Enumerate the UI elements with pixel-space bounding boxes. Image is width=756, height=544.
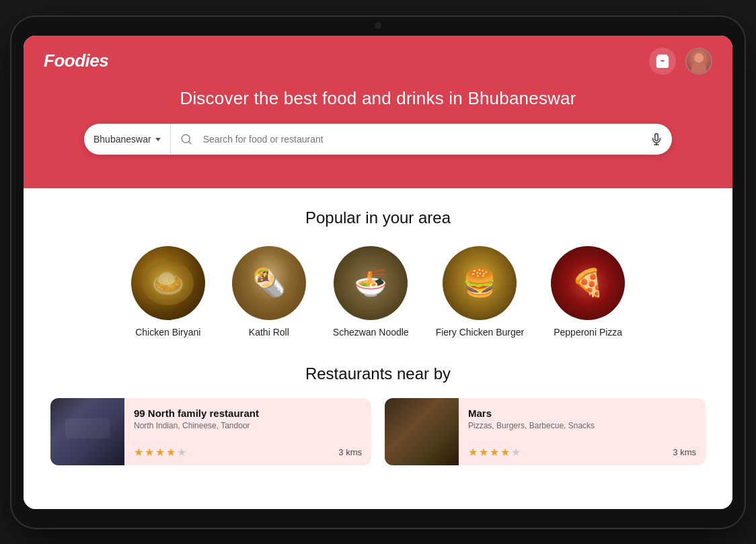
restaurant-name-mars: Mars bbox=[468, 407, 696, 419]
hero-section: Foodies Discover the best food and drink… bbox=[24, 36, 732, 188]
restaurant-distance-99-north: 3 kms bbox=[338, 447, 362, 457]
food-name-pepperoni-pizza: Pepperoni Pizza bbox=[554, 327, 622, 338]
restaurant-meta-99-north: ★★★★★ 3 kms bbox=[134, 446, 362, 459]
restaurant-card-99-north[interactable]: 99 North family restaurant North Indian,… bbox=[50, 398, 371, 465]
star-filled: ★ bbox=[490, 446, 499, 459]
food-item-chicken-biryani[interactable]: 🍛 Chicken Biryani bbox=[131, 246, 205, 338]
restaurant-cuisine-mars: Pizzas, Burgers, Barbecue, Snacks bbox=[468, 421, 696, 430]
rating-stars: ★★★★★ bbox=[134, 446, 186, 459]
restaurant-cards: 99 North family restaurant North Indian,… bbox=[50, 398, 706, 465]
food-emoji-pepperoni-pizza: 🍕 bbox=[551, 246, 625, 320]
location-dropdown[interactable]: Bhubaneswar bbox=[84, 124, 171, 155]
food-image-pepperoni-pizza: 🍕 bbox=[551, 246, 625, 320]
mic-button[interactable] bbox=[641, 133, 672, 145]
chevron-down-icon bbox=[155, 138, 161, 141]
search-icon bbox=[180, 133, 192, 145]
app-logo: Foodies bbox=[44, 50, 108, 71]
food-image-kathi-roll: 🌯 bbox=[232, 246, 306, 320]
restaurant-image-mars bbox=[385, 398, 459, 465]
food-item-schezwan-noodle[interactable]: 🍜 Schezwan Noodle bbox=[333, 246, 409, 338]
location-text: Bhubaneswar bbox=[93, 134, 151, 145]
tablet-frame: Foodies Discover the best food and drink… bbox=[11, 17, 745, 528]
hero-title: Discover the best food and drinks in Bhu… bbox=[24, 88, 732, 109]
navbar: Foodies bbox=[24, 36, 732, 88]
restaurant-distance-mars: 3 kms bbox=[673, 447, 696, 457]
svg-line-1 bbox=[188, 141, 190, 143]
food-emoji-chicken-biryani: 🍛 bbox=[131, 246, 205, 320]
popular-title: Popular in your area bbox=[50, 208, 706, 227]
main-content: Popular in your area 🍛 Chicken Biryani 🌯… bbox=[24, 188, 732, 509]
food-name-kathi-roll: Kathi Roll bbox=[249, 327, 289, 338]
restaurant-cuisine-99-north: North Indian, Chineese, Tandoor bbox=[134, 421, 362, 430]
star-filled: ★ bbox=[468, 446, 478, 459]
restaurants-title: Restaurants near by bbox=[50, 364, 706, 383]
food-name-schezwan-noodle: Schezwan Noodle bbox=[333, 327, 409, 338]
mic-icon bbox=[650, 133, 663, 145]
search-bar: Bhubaneswar bbox=[84, 124, 672, 155]
food-item-pepperoni-pizza[interactable]: 🍕 Pepperoni Pizza bbox=[551, 246, 625, 338]
star-filled: ★ bbox=[500, 446, 510, 459]
food-emoji-schezwan-noodle: 🍜 bbox=[334, 246, 408, 320]
restaurant-image-99-north bbox=[50, 398, 124, 465]
camera-notch bbox=[375, 22, 381, 29]
food-image-fiery-chicken-burger: 🍔 bbox=[443, 246, 517, 320]
tablet-screen: Foodies Discover the best food and drink… bbox=[24, 36, 732, 509]
star-filled: ★ bbox=[479, 446, 488, 459]
star-filled: ★ bbox=[134, 446, 143, 459]
restaurant-info-99-north: 99 North family restaurant North Indian,… bbox=[124, 398, 371, 465]
user-avatar[interactable] bbox=[685, 48, 712, 75]
food-item-kathi-roll[interactable]: 🌯 Kathi Roll bbox=[232, 246, 306, 338]
popular-grid: 🍛 Chicken Biryani 🌯 Kathi Roll 🍜 Schezwa… bbox=[50, 246, 706, 338]
star-half: ★ bbox=[166, 446, 176, 459]
food-emoji-kathi-roll: 🌯 bbox=[232, 246, 306, 320]
food-image-schezwan-noodle: 🍜 bbox=[334, 246, 408, 320]
restaurant-name-99-north: 99 North family restaurant bbox=[134, 407, 362, 419]
avatar-image bbox=[687, 49, 711, 73]
food-name-chicken-biryani: Chicken Biryani bbox=[135, 327, 200, 338]
star-empty: ★ bbox=[511, 446, 521, 459]
bag-icon bbox=[655, 54, 670, 69]
restaurant-info-mars: Mars Pizzas, Burgers, Barbecue, Snacks ★… bbox=[459, 398, 706, 465]
restaurant-meta-mars: ★★★★★ 3 kms bbox=[468, 446, 696, 459]
nav-icons bbox=[649, 48, 712, 75]
restaurant-card-mars[interactable]: Mars Pizzas, Burgers, Barbecue, Snacks ★… bbox=[385, 398, 706, 465]
food-emoji-fiery-chicken-burger: 🍔 bbox=[443, 246, 517, 320]
food-item-fiery-chicken-burger[interactable]: 🍔 Fiery Chicken Burger bbox=[436, 246, 525, 338]
star-filled: ★ bbox=[145, 446, 154, 459]
star-filled: ★ bbox=[155, 446, 165, 459]
star-empty: ★ bbox=[177, 446, 186, 459]
rating-stars: ★★★★★ bbox=[468, 446, 521, 459]
food-image-chicken-biryani: 🍛 bbox=[131, 246, 205, 320]
search-input[interactable] bbox=[198, 134, 641, 145]
food-name-fiery-chicken-burger: Fiery Chicken Burger bbox=[436, 327, 525, 338]
bag-button[interactable] bbox=[649, 48, 676, 75]
search-icon-wrap bbox=[171, 133, 198, 145]
